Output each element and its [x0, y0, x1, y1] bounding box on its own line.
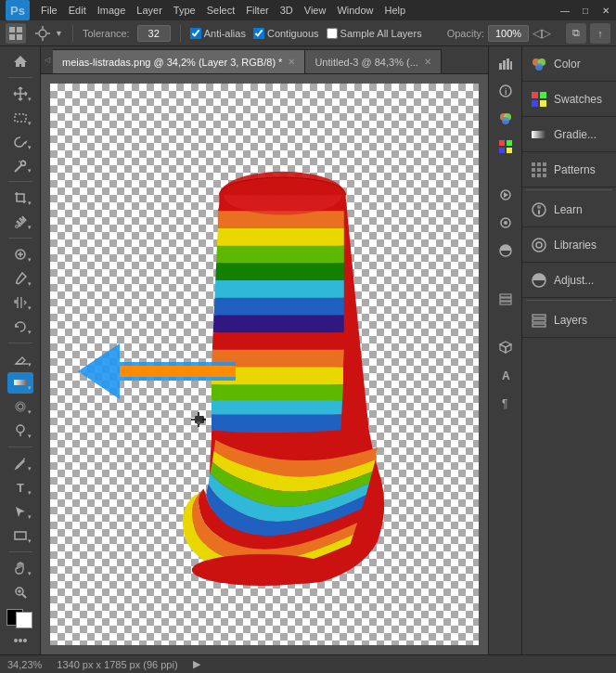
hand-tool[interactable]: ▾ — [7, 557, 33, 579]
libraries-icon-btn[interactable] — [493, 210, 519, 236]
contiguous-label: Contiguous — [267, 28, 319, 39]
history-brush-tool[interactable]: ▾ — [7, 316, 33, 338]
histogram-icon-btn[interactable] — [493, 50, 519, 76]
canvas-area: ◁ meias-listradas.png @ 34,2% (Layer 3, … — [41, 46, 488, 654]
eyedropper-tool[interactable]: ▾ — [7, 211, 33, 233]
close-button[interactable]: ✕ — [596, 0, 616, 20]
tolerance-input[interactable] — [137, 25, 171, 42]
contiguous-option[interactable]: Contiguous — [253, 28, 319, 39]
tool-options-icon[interactable] — [6, 23, 26, 44]
tolerance-label: Tolerance: — [83, 28, 130, 39]
svg-rect-71 — [532, 131, 546, 138]
menu-file[interactable]: File — [41, 5, 58, 16]
svg-rect-3 — [17, 34, 22, 40]
zoom-tool[interactable] — [7, 581, 33, 603]
blur-tool[interactable]: ▾ — [7, 395, 33, 418]
color-panel-icon — [530, 55, 548, 73]
crop-tool[interactable]: ▾ — [7, 187, 33, 209]
panel-libraries[interactable]: Libraries — [522, 227, 616, 263]
svg-rect-78 — [532, 174, 535, 177]
maximize-button[interactable]: □ — [575, 0, 596, 20]
svg-rect-52 — [507, 140, 512, 146]
panel-adjustments[interactable]: Adjust... — [522, 263, 616, 298]
paragraph-icon-btn[interactable]: ¶ — [493, 390, 519, 416]
clone-stamp-tool[interactable]: ▾ — [7, 291, 33, 314]
svg-point-11 — [20, 161, 25, 165]
marquee-tool[interactable]: ▾ — [7, 107, 33, 129]
panel-color[interactable]: Color — [522, 46, 616, 82]
tool-caret[interactable]: ▼ — [55, 29, 63, 38]
menu-filter[interactable]: Filter — [246, 5, 268, 16]
left-panel-toggle[interactable]: ◁ — [41, 46, 53, 73]
share-icon[interactable]: ↑ — [590, 23, 610, 44]
type-tool[interactable]: T ▾ — [7, 476, 33, 498]
panel-gradients[interactable]: Gradie... — [522, 117, 616, 152]
background-color[interactable] — [16, 612, 32, 628]
3d-icon-btn[interactable] — [493, 334, 519, 360]
adjustments-icon-btn[interactable] — [493, 238, 519, 264]
learn-icon-btn[interactable] — [493, 182, 519, 208]
layers-panel-icon — [530, 311, 548, 330]
magic-wand-tool[interactable]: ▾ — [7, 155, 33, 177]
foreground-background-colors[interactable] — [5, 607, 36, 631]
panel-learn-label: Learn — [554, 203, 583, 216]
tab-untitled[interactable]: Untitled-3 @ 84,3% (... ✕ — [305, 49, 441, 73]
sample-all-option[interactable]: Sample All Layers — [327, 28, 422, 39]
toolbar-sep-0 — [8, 77, 32, 78]
info-icon-btn[interactable]: i — [493, 78, 519, 104]
more-tools[interactable] — [11, 636, 30, 647]
tab-untitled-close[interactable]: ✕ — [424, 57, 431, 67]
svg-rect-2 — [9, 34, 15, 40]
pen-tool[interactable]: ▾ — [7, 452, 33, 474]
swatches-icon-btn[interactable] — [493, 134, 519, 160]
panel-learn[interactable]: Learn — [522, 192, 616, 227]
minimize-button[interactable]: — — [555, 0, 575, 20]
svg-rect-43 — [503, 60, 506, 70]
menu-layer[interactable]: Layer — [136, 5, 162, 16]
svg-rect-42 — [499, 63, 502, 70]
svg-rect-77 — [543, 168, 546, 172]
panel-patterns[interactable]: Patterns — [522, 152, 616, 188]
tab-meias[interactable]: meias-listradas.png @ 34,2% (Layer 3, RG… — [53, 49, 305, 73]
contiguous-checkbox[interactable] — [253, 28, 264, 39]
type-icon-btn[interactable]: A — [493, 362, 519, 388]
panel-swatches[interactable]: Swatches — [522, 82, 616, 117]
brush-tool[interactable]: ▾ — [7, 267, 33, 290]
sample-all-checkbox[interactable] — [327, 28, 338, 39]
menu-edit[interactable]: Edit — [69, 5, 86, 16]
menu-select[interactable]: Select — [207, 5, 236, 16]
anti-alias-option[interactable]: Anti-alias — [190, 28, 246, 39]
gradient-tool[interactable]: ▾ — [7, 372, 33, 395]
anti-alias-checkbox[interactable] — [190, 28, 201, 39]
menu-3d[interactable]: 3D — [280, 5, 293, 16]
document-dimensions: 1340 px x 1785 px (96 ppi) — [57, 659, 177, 670]
shape-tool[interactable]: ▾ — [7, 524, 33, 547]
healing-tool[interactable]: ▾ — [7, 243, 33, 265]
menu-view[interactable]: View — [304, 5, 327, 16]
menu-image[interactable]: Image — [97, 5, 126, 16]
menu-window[interactable]: Window — [337, 5, 373, 16]
svg-point-32 — [14, 639, 18, 642]
patterns-panel-icon — [530, 161, 548, 179]
lasso-tool[interactable]: ▾ — [7, 131, 33, 153]
home-button[interactable] — [7, 50, 33, 72]
opacity-slider-icon[interactable]: ◁▷ — [533, 26, 551, 40]
forward-arrow[interactable]: ▶ — [193, 658, 200, 670]
menu-type[interactable]: Type — [173, 5, 196, 16]
opacity-input[interactable] — [488, 25, 529, 42]
toolbar-sep-2 — [8, 238, 32, 239]
dodge-tool[interactable]: ▾ — [7, 420, 33, 442]
arrange-icon[interactable]: ⧉ — [566, 23, 586, 44]
menu-help[interactable]: Help — [385, 5, 406, 16]
layers-icon-btn[interactable] — [493, 286, 519, 312]
svg-point-4 — [39, 30, 46, 37]
move-tool[interactable]: ▾ — [7, 83, 33, 105]
panel-layers[interactable]: Layers — [522, 303, 616, 338]
swatches-panel-icon — [530, 90, 548, 109]
svg-rect-45 — [510, 61, 512, 70]
tab-meias-close[interactable]: ✕ — [288, 57, 295, 67]
color-icon-btn[interactable] — [493, 106, 519, 132]
path-select-tool[interactable]: ▾ — [7, 500, 33, 523]
canvas-viewport[interactable] — [41, 74, 488, 654]
eraser-tool[interactable]: ▾ — [7, 348, 33, 370]
